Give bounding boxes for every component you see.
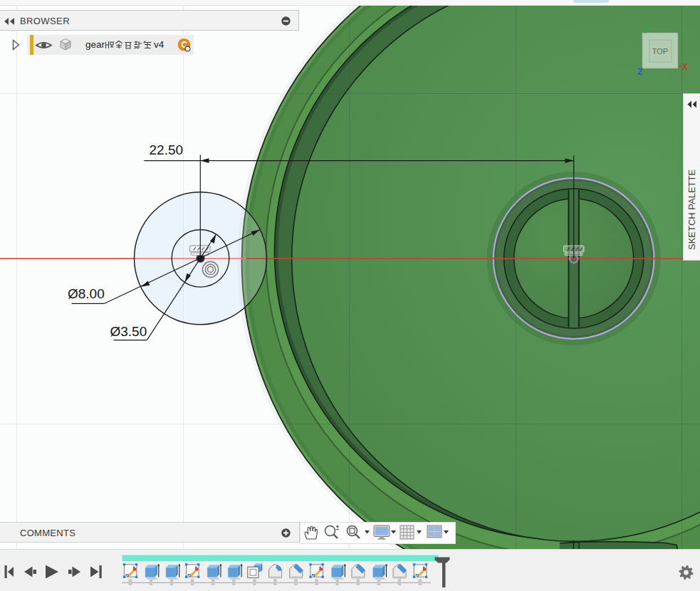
svg-text:22.50: 22.50	[150, 142, 184, 157]
svg-text:Z: Z	[637, 67, 642, 77]
svg-text:X: X	[682, 62, 688, 72]
svg-text:TOP: TOP	[652, 47, 668, 56]
svg-text:Ø3.50: Ø3.50	[110, 324, 147, 339]
svg-text:Ø8.00: Ø8.00	[68, 286, 105, 301]
svg-text:Y: Y	[643, 23, 649, 31]
